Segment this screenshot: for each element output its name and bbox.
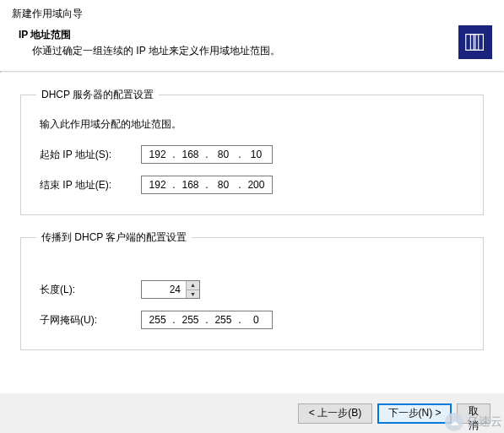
- spin-down-button[interactable]: ▼: [187, 290, 199, 299]
- start-ip-input[interactable]: 192 . 168 . 80 . 10: [141, 145, 273, 164]
- ip-octet[interactable]: 168: [176, 146, 204, 163]
- cancel-button[interactable]: 取消: [457, 403, 490, 424]
- ip-octet[interactable]: 80: [209, 146, 237, 163]
- window-title: 新建作用域向导: [12, 7, 492, 21]
- mask-row: 子网掩码(U): 255 . 255 . 255 . 0: [40, 311, 468, 329]
- wizard-icon: [458, 25, 492, 59]
- end-ip-input[interactable]: 192 . 168 . 80 . 200: [141, 176, 273, 194]
- dhcp-client-settings-group: 传播到 DHCP 客户端的配置设置 长度(L): 24 ▲ ▼ 子网掩码(U):…: [20, 230, 484, 350]
- wizard-footer: < 上一步(B) 下一步(N) > 取消: [0, 392, 504, 433]
- wizard-body: DHCP 服务器的配置设置 输入此作用域分配的地址范围。 起始 IP 地址(S)…: [0, 73, 504, 374]
- back-button[interactable]: < 上一步(B): [298, 403, 372, 424]
- ip-octet[interactable]: 192: [144, 176, 171, 193]
- ip-octet[interactable]: 0: [242, 311, 270, 328]
- ip-octet[interactable]: 255: [176, 311, 204, 328]
- start-ip-label: 起始 IP 地址(S):: [40, 148, 141, 162]
- ip-octet[interactable]: 168: [176, 176, 204, 193]
- next-button[interactable]: 下一步(N) >: [377, 403, 452, 424]
- ip-octet[interactable]: 80: [209, 176, 237, 193]
- ip-octet[interactable]: 200: [242, 176, 270, 193]
- mask-label: 子网掩码(U):: [40, 313, 141, 327]
- end-ip-label: 结束 IP 地址(E):: [40, 178, 141, 192]
- length-input[interactable]: 24 ▲ ▼: [141, 280, 200, 299]
- ip-octet[interactable]: 255: [209, 311, 237, 328]
- length-spinner: ▲ ▼: [186, 281, 199, 298]
- ip-octet[interactable]: 10: [242, 146, 270, 163]
- start-ip-row: 起始 IP 地址(S): 192 . 168 . 80 . 10: [40, 145, 468, 164]
- group2-legend: 传播到 DHCP 客户端的配置设置: [36, 230, 192, 245]
- group1-hint: 输入此作用域分配的地址范围。: [40, 117, 468, 132]
- ip-octet[interactable]: 192: [144, 146, 171, 163]
- wizard-header: 新建作用域向导 IP 地址范围 你通过确定一组连续的 IP 地址来定义作用域地址…: [0, 0, 504, 71]
- length-value[interactable]: 24: [142, 281, 186, 298]
- page-description: 你通过确定一组连续的 IP 地址来定义作用域地址范围。: [32, 44, 492, 58]
- spin-up-button[interactable]: ▲: [187, 281, 199, 290]
- wizard-window: 新建作用域向导 IP 地址范围 你通过确定一组连续的 IP 地址来定义作用域地址…: [0, 0, 504, 433]
- dhcp-server-settings-group: DHCP 服务器的配置设置 输入此作用域分配的地址范围。 起始 IP 地址(S)…: [20, 88, 484, 215]
- length-label: 长度(L):: [40, 283, 141, 297]
- length-row: 长度(L): 24 ▲ ▼: [40, 280, 468, 299]
- ip-octet[interactable]: 255: [144, 311, 171, 328]
- page-title: IP 地址范围: [19, 28, 492, 42]
- group1-legend: DHCP 服务器的配置设置: [36, 88, 159, 102]
- end-ip-row: 结束 IP 地址(E): 192 . 168 . 80 . 200: [40, 176, 468, 194]
- subnet-mask-input[interactable]: 255 . 255 . 255 . 0: [141, 311, 273, 329]
